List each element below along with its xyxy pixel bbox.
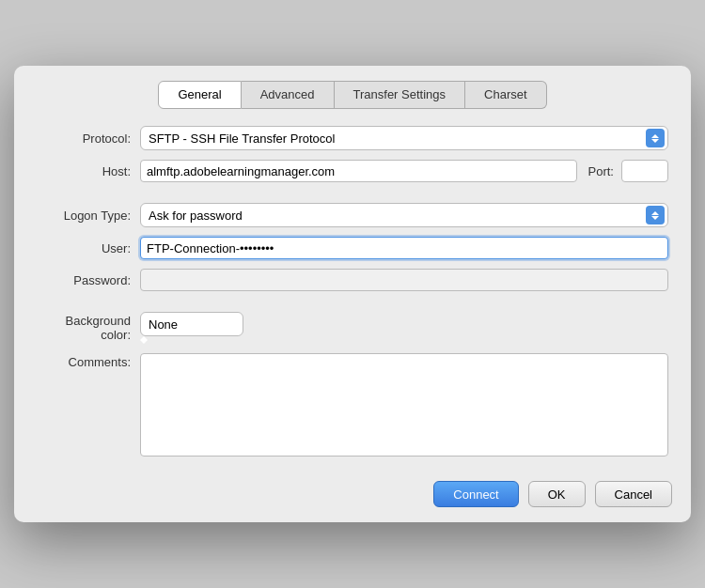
ok-button[interactable]: OK <box>528 481 586 507</box>
tab-charset[interactable]: Charset <box>465 81 547 110</box>
bg-color-select[interactable]: None <box>140 312 243 336</box>
tab-bar: General Advanced Transfer Settings Chars… <box>33 81 672 110</box>
host-input[interactable] <box>140 160 577 182</box>
bg-color-row: Background color: None <box>37 312 668 344</box>
host-wrap <box>140 160 577 182</box>
button-bar: Connect OK Cancel <box>33 473 672 507</box>
protocol-row: Protocol: SFTP - SSH File Transfer Proto… <box>37 126 668 150</box>
password-input[interactable] <box>140 269 668 291</box>
bg-color-select-wrap: None <box>140 312 243 344</box>
password-control <box>140 269 668 291</box>
bg-color-control: None <box>140 312 668 344</box>
password-row: Password: <box>37 269 668 291</box>
port-label: Port: <box>588 164 614 178</box>
dialog: General Advanced Transfer Settings Chars… <box>14 66 691 523</box>
arrow-down-icon <box>140 340 148 344</box>
comments-row: Comments: <box>37 353 668 456</box>
comments-control <box>140 353 668 456</box>
user-label: User: <box>37 241 140 255</box>
user-control <box>140 237 668 259</box>
host-row: Host: Port: <box>37 160 668 182</box>
port-input[interactable] <box>621 160 668 182</box>
spacer-2 <box>37 301 668 312</box>
comments-textarea[interactable] <box>140 353 668 456</box>
tab-advanced[interactable]: Advanced <box>242 81 335 110</box>
user-input[interactable] <box>140 237 668 259</box>
bg-color-label: Background color: <box>37 314 140 342</box>
form-body: Protocol: SFTP - SSH File Transfer Proto… <box>33 126 672 456</box>
password-label: Password: <box>37 273 140 287</box>
tab-transfer-settings[interactable]: Transfer Settings <box>335 81 466 110</box>
host-label: Host: <box>37 164 140 178</box>
host-control: Port: <box>140 160 668 182</box>
logon-type-row: Logon Type: Ask for password Normal Anon… <box>37 203 668 227</box>
tab-general[interactable]: General <box>158 81 241 110</box>
cancel-button[interactable]: Cancel <box>595 481 672 507</box>
logon-type-control: Ask for password Normal Anonymous Intera… <box>140 203 668 227</box>
protocol-label: Protocol: <box>37 132 140 146</box>
protocol-select[interactable]: SFTP - SSH File Transfer Protocol <box>140 126 668 150</box>
user-row: User: <box>37 237 668 259</box>
logon-type-label: Logon Type: <box>37 209 140 223</box>
protocol-control: SFTP - SSH File Transfer Protocol <box>140 126 668 150</box>
logon-type-select[interactable]: Ask for password Normal Anonymous Intera… <box>140 203 668 227</box>
spacer-1 <box>37 192 668 203</box>
logon-type-select-wrap: Ask for password Normal Anonymous Intera… <box>140 203 668 227</box>
comments-label: Comments: <box>37 353 140 369</box>
protocol-select-wrap: SFTP - SSH File Transfer Protocol <box>140 126 668 150</box>
bg-color-select-arrow-icon <box>140 336 243 344</box>
connect-button[interactable]: Connect <box>433 481 518 507</box>
